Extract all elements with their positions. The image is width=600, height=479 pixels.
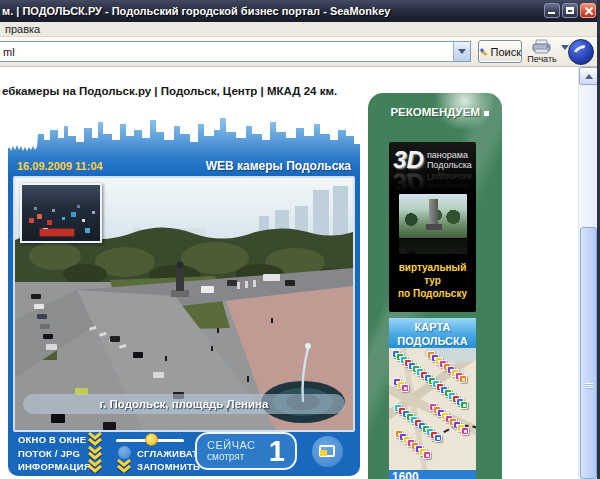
close-button[interactable] <box>580 3 596 18</box>
chevron-double-down-icon <box>86 459 104 473</box>
banner-3d-logo-reflection: 3D панорама Подольска <box>389 172 476 194</box>
map-header-line2: ПОДОЛЬСКА <box>389 334 476 348</box>
window-title: м. | ПОДОЛЬСК.РУ - Подольский городской … <box>2 5 390 17</box>
url-dropdown-button[interactable] <box>453 42 470 61</box>
menu-item-edit[interactable]: правка <box>5 23 40 35</box>
smooth-radio-button[interactable] <box>118 446 131 459</box>
information-toggle-button[interactable] <box>86 459 104 473</box>
viewers-count: 1 <box>269 435 285 468</box>
recommend-header: РЕКОМЕНДУЕМ <box>368 106 489 118</box>
recommend-sidebar: РЕКОМЕНДУЕМ 3D панорама Подольска 3D пан… <box>368 93 502 479</box>
print-button-label: Печать <box>527 54 556 64</box>
control-label-window-in-window: ОКНО В ОКНЕ <box>18 434 86 445</box>
banner-3d-photo <box>399 194 467 238</box>
printer-icon <box>531 39 553 54</box>
map-poi-icon <box>401 384 409 392</box>
webcam-panel-header: 16.09.2009 11:04 WEB камеры Подольска <box>8 156 360 176</box>
webcam-datetime: 16.09.2009 11:04 <box>17 160 103 172</box>
url-input[interactable] <box>0 42 453 61</box>
viewers-now-box: СЕЙЧАС смотрят 1 <box>195 432 297 470</box>
url-box <box>0 41 471 62</box>
viewers-line1: СЕЙЧАС <box>207 439 256 451</box>
minimize-button[interactable] <box>544 3 560 18</box>
remember-toggle-button[interactable] <box>115 459 133 473</box>
print-button[interactable]: Печать <box>524 39 560 64</box>
window-in-window-toggle-button[interactable] <box>86 432 104 446</box>
search-icon <box>479 45 488 58</box>
map-header-line1: КАРТА <box>389 320 476 334</box>
banner-3d-panorama[interactable]: 3D панорама Подольска 3D панорама Подоль… <box>389 142 476 312</box>
chevron-double-down-icon <box>86 446 104 460</box>
map-banner-header: КАРТА ПОДОЛЬСКА <box>389 318 476 348</box>
stream-jpg-toggle-button[interactable] <box>86 446 104 460</box>
virtual-tour-link[interactable]: виртуальный тур по Подольску <box>389 261 476 300</box>
scrollbar-up-button[interactable] <box>579 67 598 85</box>
page-content: ебкамеры на Подольск.ру | Подольск, Цент… <box>0 67 578 479</box>
pip-red-sign <box>40 229 74 236</box>
seamonkey-throbber-icon[interactable] <box>568 39 594 65</box>
webcam-panel-title: WEB камеры Подольска <box>206 159 351 173</box>
throbber-swoosh <box>571 43 592 62</box>
webcam-panel: 16.09.2009 11:04 WEB камеры Подольска <box>8 156 360 476</box>
maximize-icon <box>566 7 574 14</box>
city-skyline-graphic <box>8 114 360 158</box>
scrollbar-thumb[interactable] <box>580 227 597 479</box>
scrollbar-grip <box>585 383 593 391</box>
map-image <box>389 348 476 470</box>
map-poi-icon <box>459 375 467 383</box>
map-counter-strip: 1600 <box>389 470 476 479</box>
chevron-down-icon <box>458 49 466 54</box>
map-poi-icon <box>461 427 469 435</box>
banner-3d-big-text: 3D <box>393 148 424 172</box>
picture-in-picture-inset[interactable] <box>20 183 102 243</box>
browser-window: м. | ПОДОЛЬСК.РУ - Подольский городской … <box>0 0 600 479</box>
minimize-icon <box>548 12 555 14</box>
chevron-double-down-icon <box>86 432 104 446</box>
control-label-remember: ЗАПОМНИТЬ <box>137 461 200 472</box>
pip-night-lights <box>22 185 25 188</box>
title-bar[interactable]: м. | ПОДОЛЬСК.РУ - Подольский городской … <box>0 0 600 22</box>
map-poi-icon <box>460 401 468 409</box>
banner-3d-logo: 3D панорама Подольска <box>389 142 476 172</box>
banner-3d-line1: панорама <box>427 150 472 160</box>
banner-3d-photo-reflection <box>399 239 467 254</box>
page-title: ебкамеры на Подольск.ру | Подольск, Цент… <box>2 85 337 97</box>
fullscreen-button[interactable] <box>312 436 343 467</box>
search-button[interactable]: Поиск <box>478 40 522 63</box>
banner-3d-line2: Подольска <box>427 160 472 170</box>
map-poi-icon <box>434 434 442 442</box>
navigation-toolbar: Поиск Печать <box>0 37 600 67</box>
control-label-stream-jpg: ПОТОК / JPG <box>18 448 80 459</box>
picture-in-picture-icon <box>319 445 335 457</box>
virtual-tour-line1: виртуальный тур <box>389 261 476 287</box>
control-label-information: ИНФОРМАЦИЯ <box>18 461 91 472</box>
webcam-video-frame[interactable]: г. Подольск, площадь Ленина <box>13 176 355 432</box>
webcam-caption: г. Подольск, площадь Ленина <box>23 394 345 414</box>
menu-bar: правка <box>0 22 600 37</box>
recommend-dot <box>484 111 489 116</box>
map-poi-icon <box>423 451 431 459</box>
opacity-slider-knob[interactable] <box>145 433 158 446</box>
chevron-up-icon <box>585 74 593 79</box>
search-button-label: Поиск <box>491 46 521 58</box>
recommend-label: РЕКОМЕНДУЕМ <box>390 106 480 118</box>
virtual-tour-line2: по Подольску <box>389 287 476 300</box>
maximize-button[interactable] <box>562 3 578 18</box>
chevron-double-down-icon <box>115 459 133 473</box>
banner-podolsk-map[interactable]: КАРТА ПОДОЛЬСКА 1600 <box>389 318 476 479</box>
viewers-line2: смотрят <box>207 451 256 463</box>
vertical-scrollbar[interactable] <box>578 67 597 479</box>
